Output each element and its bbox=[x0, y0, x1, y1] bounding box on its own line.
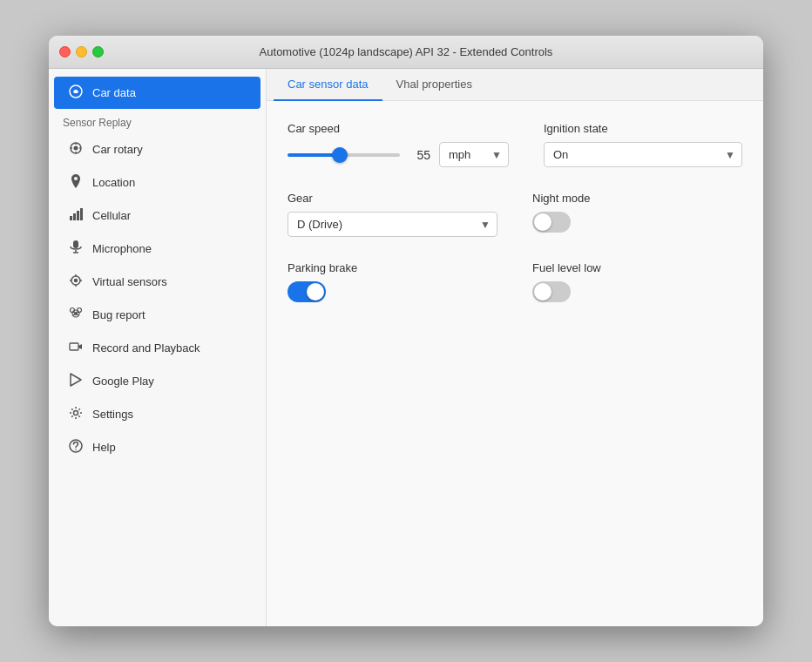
sidebar-item-help[interactable]: Help bbox=[54, 431, 261, 463]
svg-point-25 bbox=[75, 449, 77, 450]
fuel-level-toggle[interactable] bbox=[532, 281, 571, 302]
sidebar-item-car-data[interactable]: Car data bbox=[54, 77, 261, 109]
gear-group: Gear P (Park) R (Reverse) N (Neutral) D … bbox=[288, 192, 497, 237]
car-data-icon bbox=[68, 84, 84, 101]
night-mode-toggle[interactable] bbox=[532, 212, 571, 233]
sidebar-item-record-playback[interactable]: Record and Playback bbox=[54, 332, 261, 364]
night-mode-group: Night mode bbox=[532, 192, 742, 237]
cellular-icon bbox=[68, 207, 84, 224]
sidebar-label-car-rotary: Car rotary bbox=[92, 143, 143, 156]
fuel-level-group: Fuel level low bbox=[532, 261, 742, 302]
parking-brake-group: Parking brake bbox=[288, 261, 497, 302]
title-bar: Automotive (1024p landscape) API 32 - Ex… bbox=[49, 36, 763, 69]
sidebar-label-car-data: Car data bbox=[92, 86, 136, 99]
car-speed-value: 55 bbox=[409, 148, 430, 162]
tab-vhal-properties[interactable]: Vhal properties bbox=[382, 69, 486, 101]
sidebar-item-car-rotary[interactable]: Car rotary bbox=[54, 133, 261, 166]
main-window: Automotive (1024p landscape) API 32 - Ex… bbox=[49, 36, 763, 626]
svg-point-15 bbox=[75, 280, 78, 282]
svg-rect-9 bbox=[77, 211, 79, 220]
car-speed-slider[interactable] bbox=[288, 153, 400, 157]
tab-bar: Car sensor data Vhal properties bbox=[267, 69, 763, 101]
car-speed-label: Car speed bbox=[288, 122, 509, 135]
sidebar-item-location[interactable]: Location bbox=[54, 166, 261, 199]
help-icon bbox=[68, 439, 84, 456]
sidebar: Car data Sensor Replay Car rotary bbox=[49, 69, 267, 626]
window-title: Automotive (1024p landscape) API 32 - Ex… bbox=[260, 45, 553, 58]
sidebar-label-settings: Settings bbox=[92, 408, 133, 421]
gear-wrapper: P (Park) R (Reverse) N (Neutral) D (Driv… bbox=[288, 212, 497, 237]
record-playback-icon bbox=[68, 340, 84, 356]
svg-marker-22 bbox=[71, 374, 81, 386]
microphone-icon bbox=[68, 240, 84, 257]
sidebar-item-cellular[interactable]: Cellular bbox=[54, 199, 261, 232]
night-mode-label: Night mode bbox=[532, 192, 742, 205]
parking-brake-label: Parking brake bbox=[288, 261, 497, 274]
content-area: Car data Sensor Replay Car rotary bbox=[49, 69, 763, 626]
tab-car-sensor-data[interactable]: Car sensor data bbox=[274, 69, 382, 101]
traffic-lights bbox=[59, 46, 104, 57]
sidebar-label-record-playback: Record and Playback bbox=[92, 341, 200, 355]
fuel-level-thumb bbox=[534, 283, 551, 301]
ignition-state-select[interactable]: Off Lock Acc On Start bbox=[544, 142, 742, 167]
svg-point-23 bbox=[74, 411, 78, 415]
sidebar-label-virtual-sensors: Virtual sensors bbox=[92, 275, 167, 288]
sidebar-item-settings[interactable]: Settings bbox=[54, 398, 261, 430]
speed-unit-wrapper: mph km/h ▼ bbox=[439, 142, 509, 167]
sidebar-label-location: Location bbox=[92, 176, 135, 189]
minimize-button[interactable] bbox=[76, 46, 87, 57]
row-gear-nightmode: Gear P (Park) R (Reverse) N (Neutral) D … bbox=[288, 192, 742, 237]
car-rotary-icon bbox=[68, 141, 84, 158]
maximize-button[interactable] bbox=[92, 46, 104, 57]
fuel-level-label: Fuel level low bbox=[532, 261, 742, 274]
night-mode-thumb bbox=[534, 213, 551, 231]
sidebar-item-microphone[interactable]: Microphone bbox=[54, 233, 261, 265]
car-speed-group: Car speed 55 mph km/h ▼ bbox=[288, 122, 509, 167]
sidebar-item-google-play[interactable]: Google Play bbox=[54, 365, 261, 397]
ignition-state-label: Ignition state bbox=[544, 122, 742, 135]
speed-unit-select[interactable]: mph km/h bbox=[439, 142, 509, 167]
row-speed-ignition: Car speed 55 mph km/h ▼ bbox=[288, 122, 742, 167]
gear-label: Gear bbox=[288, 192, 497, 205]
svg-point-2 bbox=[74, 146, 78, 151]
location-icon bbox=[68, 174, 84, 191]
google-play-icon bbox=[68, 373, 84, 389]
sidebar-label-help: Help bbox=[92, 441, 116, 454]
settings-icon bbox=[68, 406, 84, 422]
parking-brake-toggle[interactable] bbox=[288, 281, 326, 302]
sidebar-label-bug-report: Bug report bbox=[92, 308, 145, 321]
panel-content: Car speed 55 mph km/h ▼ bbox=[267, 101, 763, 626]
main-panel: Car sensor data Vhal properties Car spee… bbox=[267, 69, 763, 626]
sensor-replay-label: Sensor Replay bbox=[49, 110, 266, 132]
sidebar-item-bug-report[interactable]: Bug report bbox=[54, 299, 261, 331]
svg-rect-11 bbox=[73, 240, 78, 248]
close-button[interactable] bbox=[59, 46, 71, 57]
car-speed-control: 55 mph km/h ▼ bbox=[288, 142, 509, 167]
sidebar-label-microphone: Microphone bbox=[92, 242, 152, 255]
sidebar-item-virtual-sensors[interactable]: Virtual sensors bbox=[54, 266, 261, 298]
ignition-state-group: Ignition state Off Lock Acc On Start ▼ bbox=[544, 122, 742, 167]
svg-rect-10 bbox=[80, 208, 83, 220]
row-parking-fuel: Parking brake Fuel level low bbox=[288, 261, 742, 302]
ignition-state-wrapper: Off Lock Acc On Start ▼ bbox=[544, 142, 742, 167]
svg-rect-7 bbox=[70, 216, 72, 220]
virtual-sensors-icon bbox=[68, 274, 84, 290]
sidebar-label-google-play: Google Play bbox=[92, 375, 154, 388]
gear-select[interactable]: P (Park) R (Reverse) N (Neutral) D (Driv… bbox=[288, 212, 497, 237]
bug-report-icon bbox=[68, 307, 84, 323]
svg-rect-20 bbox=[70, 343, 78, 350]
parking-brake-thumb bbox=[307, 283, 324, 301]
svg-rect-8 bbox=[73, 213, 76, 220]
sidebar-label-cellular: Cellular bbox=[92, 209, 131, 222]
